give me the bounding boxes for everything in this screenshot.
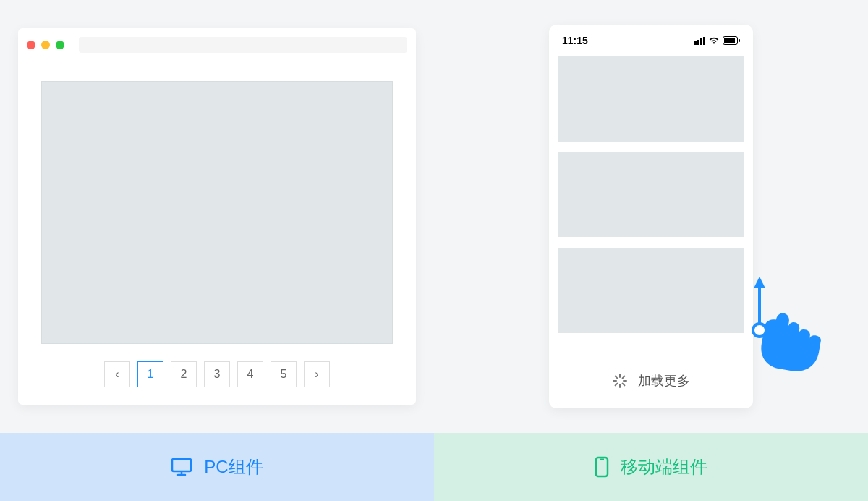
mobile-label: 移动端组件: [434, 433, 868, 501]
pc-label: PC组件: [0, 433, 434, 501]
svg-point-13: [753, 324, 766, 337]
page-1-button[interactable]: 1: [137, 361, 163, 387]
page-prev-button[interactable]: ‹: [104, 361, 130, 387]
pagination: ‹ 1 2 3 4 5 ›: [41, 361, 393, 387]
battery-icon: [723, 36, 740, 45]
load-more-label: 加载更多: [638, 372, 690, 390]
svg-rect-1: [724, 38, 735, 43]
mobile-label-text: 移动端组件: [621, 455, 707, 479]
svg-line-7: [616, 376, 618, 379]
svg-line-10: [623, 376, 625, 379]
mobile-panel: 11:15: [434, 0, 868, 433]
svg-line-8: [623, 384, 625, 386]
browser-titlebar: [18, 28, 416, 61]
spinner-icon: [612, 373, 628, 389]
swipe-up-icon: [736, 277, 845, 378]
page-2-button[interactable]: 2: [171, 361, 197, 387]
page-4-button[interactable]: 4: [237, 361, 263, 387]
status-bar: 11:15: [558, 32, 744, 49]
svg-rect-17: [596, 458, 608, 476]
minimize-dot-icon[interactable]: [41, 41, 50, 49]
maximize-dot-icon[interactable]: [56, 41, 64, 49]
load-more-button[interactable]: 加载更多: [558, 361, 744, 401]
content-placeholder: [41, 81, 393, 344]
page-3-button[interactable]: 3: [204, 361, 230, 387]
list-item: [558, 56, 744, 142]
svg-line-9: [616, 384, 618, 386]
svg-rect-2: [739, 39, 740, 42]
svg-rect-14: [172, 459, 191, 471]
browser-content: ‹ 1 2 3 4 5 ›: [18, 61, 416, 405]
pc-label-text: PC组件: [204, 455, 263, 479]
page-next-button[interactable]: ›: [304, 361, 330, 387]
list-item: [558, 248, 744, 333]
url-input[interactable]: [79, 37, 407, 53]
pc-panel: ‹ 1 2 3 4 5 ›: [0, 0, 434, 433]
list-item: [558, 152, 744, 237]
signal-icon: [694, 37, 705, 45]
close-dot-icon[interactable]: [27, 41, 35, 49]
page-5-button[interactable]: 5: [271, 361, 297, 387]
wifi-icon: [708, 36, 720, 45]
phone-mockup: 11:15: [549, 25, 753, 408]
comparison-labels: PC组件 移动端组件: [0, 433, 868, 501]
svg-marker-12: [754, 277, 765, 288]
desktop-icon: [171, 458, 192, 476]
window-controls: [27, 41, 64, 49]
card-list[interactable]: [558, 56, 744, 361]
browser-mockup: ‹ 1 2 3 4 5 ›: [18, 28, 416, 405]
phone-icon: [595, 456, 609, 478]
status-time: 11:15: [562, 35, 588, 46]
